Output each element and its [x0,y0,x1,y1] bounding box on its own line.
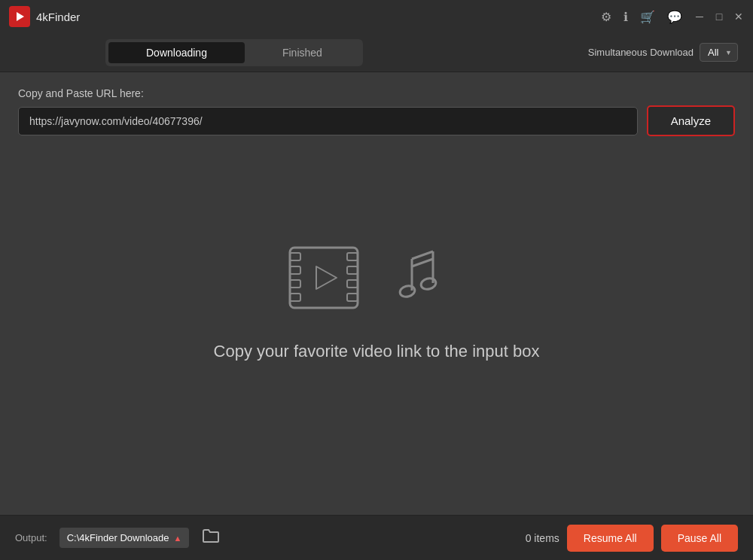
titlebar-icons: ⚙ ℹ 🛒 💬 [601,10,682,24]
close-button[interactable]: ✕ [733,11,744,22]
film-icon [282,236,373,319]
bottombar: Output: C:\4kFinder Downloade ▲ 0 items … [0,515,753,560]
empty-state-message: Copy your favorite video link to the inp… [214,342,540,361]
svg-marker-0 [17,12,24,21]
app-logo [9,6,30,27]
analyze-button[interactable]: Analyze [647,105,735,136]
titlebar: 4kFinder ⚙ ℹ 🛒 💬 ─ □ ✕ [0,0,753,33]
url-row: Analyze [18,105,735,136]
url-input[interactable] [18,107,638,135]
url-label: Copy and Paste URL here: [18,87,735,99]
output-label: Output: [15,532,47,543]
svg-point-14 [420,277,437,291]
simultaneous-group: Simultaneous Download All 1 2 3 4 [588,43,738,62]
svg-rect-8 [347,280,358,288]
navbar: Downloading Finished Simultaneous Downlo… [0,33,753,72]
output-path-button[interactable]: C:\4kFinder Downloade ▲ [59,528,190,548]
simultaneous-select-wrapper: All 1 2 3 4 [700,43,738,62]
maximize-button[interactable]: □ [714,11,724,22]
titlebar-controls: ─ □ ✕ [694,11,744,22]
simultaneous-select[interactable]: All 1 2 3 4 [700,43,738,62]
empty-icons [282,236,471,319]
svg-line-15 [412,251,433,259]
output-path-arrow: ▲ [174,534,182,543]
simultaneous-label: Simultaneous Download [588,47,694,58]
empty-state: Copy your favorite video link to the inp… [18,148,735,449]
chat-icon[interactable]: 💬 [667,10,682,24]
svg-rect-5 [290,294,300,301]
folder-icon-button[interactable] [197,526,225,549]
items-count: 0 items [526,532,559,544]
app-title: 4kFinder [36,11,80,23]
tab-finished[interactable]: Finished [245,42,360,63]
resume-all-button[interactable]: Resume All [567,525,654,552]
settings-icon[interactable]: ⚙ [601,10,611,24]
music-icon [388,236,471,319]
folder-icon [203,529,219,543]
svg-marker-10 [316,266,337,289]
svg-rect-3 [290,266,300,274]
svg-point-12 [399,285,416,299]
titlebar-left: 4kFinder [9,6,80,27]
svg-rect-4 [290,280,300,288]
output-path-text: C:\4kFinder Downloade [67,532,169,543]
url-section: Copy and Paste URL here: Analyze [18,87,735,136]
svg-rect-2 [290,253,300,260]
main-content: Copy and Paste URL here: Analyze [0,72,753,464]
minimize-button[interactable]: ─ [694,11,705,22]
pause-all-button[interactable]: Pause All [661,525,738,552]
cart-icon[interactable]: 🛒 [640,10,655,24]
svg-rect-9 [347,294,358,301]
tab-group: Downloading Finished [105,39,363,66]
svg-line-16 [412,259,433,266]
tab-downloading[interactable]: Downloading [108,42,245,63]
info-icon[interactable]: ℹ [623,10,628,24]
svg-rect-6 [347,253,358,260]
svg-rect-7 [347,266,358,274]
